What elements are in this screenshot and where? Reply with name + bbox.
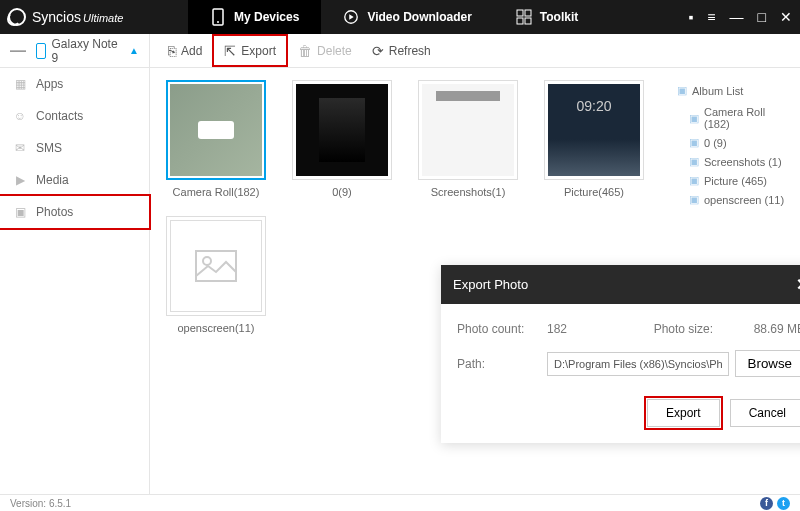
- album-list-item[interactable]: ▣Camera Roll (182): [677, 103, 788, 133]
- toolbar-buttons: ⎘ Add ⇱ Export 🗑 Delete ⟳ Refresh: [150, 34, 441, 67]
- image-icon: ▣: [689, 174, 699, 187]
- logo-area: SynciosUltimate: [8, 8, 188, 26]
- image-icon: ▣: [689, 136, 699, 149]
- add-icon: ⎘: [168, 43, 176, 59]
- sidebar-item-media[interactable]: ▶ Media: [0, 164, 149, 196]
- tab-label: My Devices: [234, 10, 299, 24]
- album-openscreen[interactable]: openscreen(11): [162, 216, 270, 334]
- media-icon: ▶: [12, 172, 28, 188]
- sidebar-item-sms[interactable]: ✉ SMS: [0, 132, 149, 164]
- photo-size-value: 88.69 MB: [754, 322, 800, 336]
- svg-rect-4: [525, 10, 531, 16]
- dialog-actions: Export Cancel: [441, 399, 800, 443]
- device-icon: [210, 9, 226, 25]
- tab-label: Toolkit: [540, 10, 578, 24]
- export-icon: ⇱: [224, 43, 236, 59]
- add-button[interactable]: ⎘ Add: [158, 34, 212, 67]
- svg-point-8: [203, 257, 211, 265]
- photos-icon: ▣: [12, 204, 28, 220]
- message-icon[interactable]: ▪: [688, 9, 693, 25]
- album-list-item[interactable]: ▣Picture (465): [677, 171, 788, 190]
- device-selector[interactable]: — Galaxy Note 9 ▲: [0, 34, 150, 67]
- svg-rect-6: [525, 18, 531, 24]
- apps-icon: ▦: [12, 76, 28, 92]
- collapse-icon: —: [10, 42, 26, 60]
- album-label: openscreen(11): [177, 322, 254, 334]
- svg-rect-3: [517, 10, 523, 16]
- album-0[interactable]: 0(9): [288, 80, 396, 198]
- album-label: Picture(465): [564, 186, 624, 198]
- top-tabs: My Devices Video Downloader Toolkit: [188, 0, 600, 34]
- folder-icon: ▣: [677, 84, 687, 97]
- trash-icon: 🗑: [298, 43, 312, 59]
- browse-button[interactable]: Browse: [735, 350, 800, 377]
- menu-icon[interactable]: ≡: [707, 9, 715, 25]
- photo-count-label: Photo count:: [457, 322, 547, 336]
- image-icon: ▣: [689, 112, 699, 125]
- album-label: 0(9): [332, 186, 352, 198]
- app-name: SynciosUltimate: [32, 9, 123, 25]
- svg-point-1: [217, 21, 219, 23]
- svg-rect-5: [517, 18, 523, 24]
- chevron-up-icon: ▲: [129, 45, 139, 56]
- dialog-titlebar: Export Photo ✕: [441, 265, 800, 304]
- album-camera-roll[interactable]: Camera Roll(182): [162, 80, 270, 198]
- window-controls: ▪ ≡ — □ ✕: [688, 9, 792, 25]
- path-label: Path:: [457, 357, 547, 371]
- maximize-button[interactable]: □: [758, 9, 766, 25]
- app-logo-icon: [8, 8, 26, 26]
- grid-icon: [516, 9, 532, 25]
- photo-size-label: Photo size:: [654, 322, 754, 336]
- social-links: f t: [760, 497, 790, 510]
- album-list-item[interactable]: ▣openscreen (11): [677, 190, 788, 209]
- image-icon: ▣: [689, 193, 699, 206]
- twitter-icon[interactable]: t: [777, 497, 790, 510]
- export-button[interactable]: ⇱ Export: [212, 34, 288, 67]
- album-thumbnail: [170, 220, 262, 312]
- minimize-button[interactable]: —: [730, 9, 744, 25]
- album-label: Camera Roll(182): [173, 186, 260, 198]
- sidebar-item-photos[interactable]: ▣ Photos: [0, 194, 151, 230]
- facebook-icon[interactable]: f: [760, 497, 773, 510]
- tab-video-downloader[interactable]: Video Downloader: [321, 0, 493, 34]
- album-thumbnail: [422, 84, 514, 176]
- album-list-item[interactable]: ▣Screenshots (1): [677, 152, 788, 171]
- album-label: Screenshots(1): [431, 186, 506, 198]
- main-area: ▦ Apps ☺ Contacts ✉ SMS ▶ Media ▣ Photos…: [0, 68, 800, 494]
- export-photo-dialog: Export Photo ✕ Photo count: 182 Photo si…: [441, 265, 800, 443]
- photo-count-value: 182: [547, 322, 654, 336]
- album-list-title: ▣ Album List: [677, 84, 788, 97]
- refresh-icon: ⟳: [372, 43, 384, 59]
- sidebar-item-apps[interactable]: ▦ Apps: [0, 68, 149, 100]
- album-list-item[interactable]: ▣0 (9): [677, 133, 788, 152]
- album-thumbnail: [548, 84, 640, 176]
- contacts-icon: ☺: [12, 108, 28, 124]
- close-button[interactable]: ✕: [780, 9, 792, 25]
- tab-label: Video Downloader: [367, 10, 471, 24]
- album-screenshots[interactable]: Screenshots(1): [414, 80, 522, 198]
- version-label: Version: 6.5.1: [10, 498, 71, 509]
- dialog-cancel-button[interactable]: Cancel: [730, 399, 800, 427]
- title-bar: SynciosUltimate My Devices Video Downloa…: [0, 0, 800, 34]
- sidebar-item-contacts[interactable]: ☺ Contacts: [0, 100, 149, 132]
- dialog-title: Export Photo: [453, 277, 528, 292]
- phone-icon: [36, 43, 46, 59]
- tab-my-devices[interactable]: My Devices: [188, 0, 321, 34]
- toolbar-row: — Galaxy Note 9 ▲ ⎘ Add ⇱ Export 🗑 Delet…: [0, 34, 800, 68]
- image-icon: ▣: [689, 155, 699, 168]
- album-thumbnail: [296, 84, 388, 176]
- tab-toolkit[interactable]: Toolkit: [494, 0, 600, 34]
- sms-icon: ✉: [12, 140, 28, 156]
- dialog-export-button[interactable]: Export: [647, 399, 720, 427]
- album-picture[interactable]: Picture(465): [540, 80, 648, 198]
- album-thumbnail: [170, 84, 262, 176]
- path-input[interactable]: [547, 352, 729, 376]
- footer: Version: 6.5.1 f t: [0, 494, 800, 511]
- device-name: Galaxy Note 9: [52, 37, 124, 65]
- delete-button[interactable]: 🗑 Delete: [288, 34, 362, 67]
- refresh-button[interactable]: ⟳ Refresh: [362, 34, 441, 67]
- dialog-body: Photo count: 182 Photo size: 88.69 MB Pa…: [441, 304, 800, 399]
- content-area: Camera Roll(182) 0(9) Screenshots(1) Pic…: [150, 68, 800, 494]
- dialog-close-button[interactable]: ✕: [796, 275, 800, 294]
- sidebar: ▦ Apps ☺ Contacts ✉ SMS ▶ Media ▣ Photos: [0, 68, 150, 494]
